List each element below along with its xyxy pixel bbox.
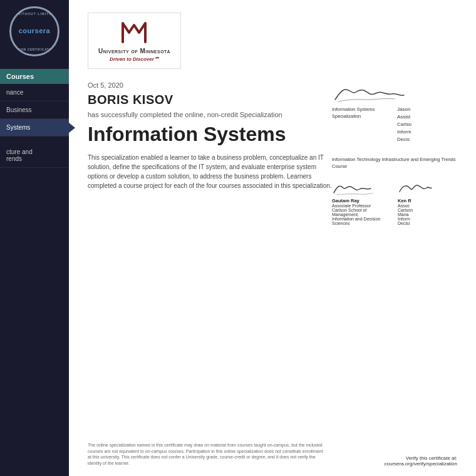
instructor2-dept2: Inform [398, 217, 457, 221]
cert-recipient-name: BORIS KISOV [88, 93, 332, 107]
coursera-logo-text: coursera [19, 27, 50, 35]
instructor1-school: Carlson School of Management, [332, 208, 391, 217]
cert-footer: The online specialization named in this … [88, 442, 457, 467]
instructor2-title: Assoc [398, 204, 457, 208]
cert-body: Oct 5, 2020 BORIS KISOV has successfully… [88, 81, 332, 190]
sidebar-item-business[interactable]: Business [0, 101, 69, 119]
sig-item-gautam: Gautam Ray Associate Professor Carlson S… [332, 178, 391, 225]
university-tagline: Driven to Discover℠ [110, 56, 159, 62]
instructor2-school: Carlson [398, 208, 457, 212]
instructor1-dept: Information and Decision Sciences [332, 217, 391, 225]
coursera-stamp: WITHOUT LIMITS coursera TION CERTIFICATE [9, 6, 59, 56]
sidebar-item-systems[interactable]: Systems [0, 119, 69, 137]
stamp-arc-top: WITHOUT LIMITS [17, 12, 51, 16]
spec-label: Information Systems Specialization [332, 106, 392, 120]
verify-url: coursera.org/verify/specialization [357, 461, 457, 467]
sig-item-ken: Ken R Assoc Carlson Mana Inform Decisi [398, 178, 457, 225]
instructor2-dept: Mana [398, 212, 457, 217]
active-indicator-triangle [69, 123, 75, 133]
verify-label: Verify this certificate at: [357, 455, 457, 461]
university-name: University of Minnesota [98, 47, 170, 55]
sidebar-logo: WITHOUT LIMITS coursera TION CERTIFICATE [0, 0, 69, 61]
instructor2-name: Ken R [398, 198, 457, 204]
instructor2-dept3: Decisi [398, 221, 457, 225]
instructor-header2: Assist [397, 113, 457, 121]
instructor-header5: Decis [397, 136, 457, 143]
sidebar-items: nance Business Systems cture and rends [0, 84, 69, 168]
sig-pair-bottom: Gautam Ray Associate Professor Carlson S… [332, 178, 457, 225]
course-label: Information Technology Infrastructure an… [332, 156, 457, 170]
sig-top-columns: Information Systems Specialization Jason… [332, 106, 457, 143]
sig-block-top: Information Systems Specialization Jason… [332, 81, 457, 143]
sig-cursive-ken [398, 178, 457, 197]
footer-disclaimer: The online specialization named in this … [88, 442, 326, 467]
cert-date: Oct 5, 2020 [88, 81, 332, 89]
sig-cursive-gautam [332, 178, 391, 197]
instructor1-title: Associate Professor [332, 204, 391, 208]
sidebar-item-business-label: Business [6, 106, 32, 113]
instructor-header3: Carlso [397, 121, 457, 128]
university-logo-box: University of Minnesota Driven to Discov… [88, 13, 181, 69]
cert-right: Information Systems Specialization Jason… [332, 81, 457, 225]
cert-left: Oct 5, 2020 BORIS KISOV has successfully… [88, 81, 332, 225]
sig-col-left-top: Information Systems Specialization [332, 106, 392, 143]
footer-verify: Verify this certificate at: coursera.org… [357, 455, 457, 467]
sidebar-item-infrastructure[interactable]: cture and rends [0, 137, 69, 168]
cert-course-title: Information Systems [88, 123, 332, 145]
instructor-header4: Inform [397, 128, 457, 136]
sidebar-item-finance-label: nance [6, 89, 23, 96]
courses-header[interactable]: Courses [0, 69, 69, 84]
sidebar: WITHOUT LIMITS coursera TION CERTIFICATE… [0, 0, 69, 476]
instructor-header1: Jason [397, 106, 457, 113]
university-icon [118, 19, 150, 44]
sidebar-item-finance[interactable]: nance [0, 84, 69, 101]
main-content: University of Minnesota Driven to Discov… [69, 0, 476, 476]
cert-completion-text: has successfully completed the online, n… [88, 111, 332, 118]
stamp-arc-bottom: TION CERTIFICATE [18, 48, 51, 51]
cert-two-col: Oct 5, 2020 BORIS KISOV has successfully… [88, 81, 457, 225]
instructor1-name: Gautam Ray [332, 198, 391, 204]
stamp-inner: coursera [19, 27, 50, 35]
university-header: University of Minnesota Driven to Discov… [88, 13, 457, 69]
cert-description: This specialization enabled a learner to… [88, 153, 332, 190]
sidebar-item-systems-label: Systems [6, 124, 30, 131]
sig-col-right-top: Jason Assist Carlso Inform Decis [397, 106, 457, 143]
sidebar-nav: Courses nance Business Systems cture and… [0, 69, 69, 168]
signature-cursive-top [332, 81, 457, 104]
sidebar-item-infra-label: cture and rends [6, 148, 33, 162]
certificate: University of Minnesota Driven to Discov… [69, 0, 476, 476]
